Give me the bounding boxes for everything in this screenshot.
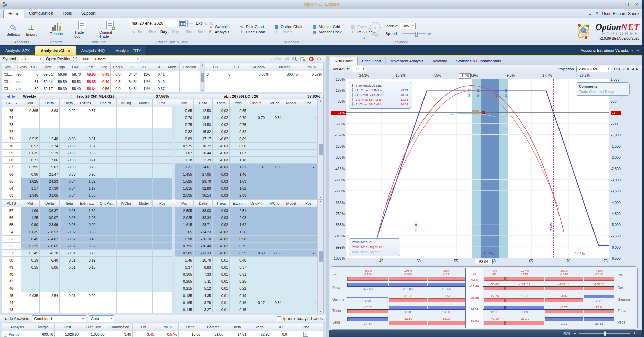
window-toggle-watchlist[interactable]: ≡Watchlist xyxy=(208,24,230,29)
window-toggle-analysis[interactable]: ΣAnalysis xyxy=(208,30,230,34)
tab-analysis-rty[interactable]: Analysis: /RTY xyxy=(110,46,147,55)
window-toggle-option-chain[interactable]: ▦Option Chain xyxy=(274,24,303,29)
put-row-49[interactable]: 490.15-5.05-0.010.150.37-8.83-0.010.37 xyxy=(2,264,318,271)
menu-item-configuration[interactable]: Configuration xyxy=(24,10,58,18)
import-button[interactable]: ↓ Import xyxy=(24,22,39,37)
future-row[interactable]: /CL...feb...059.0159.6958.7058.95-0.49-0… xyxy=(2,71,200,78)
interval-select[interactable]: Day▼ xyxy=(400,23,416,29)
future-summary-row[interactable] xyxy=(205,85,324,92)
calls-table[interactable]: CALLSMidDeltaThetaExtrins...OrigPri...IV… xyxy=(2,99,318,199)
risk-tab-volatility[interactable]: Volatility xyxy=(428,57,451,65)
period-label[interactable]: Weekly xyxy=(23,94,36,98)
put-row-46[interactable]: 460.215-5.12-0.010.22 xyxy=(2,285,318,292)
call-row-65[interactable]: 651.02524.23-0.041.021.62529.79-0.031.63 xyxy=(2,178,318,185)
exp-label[interactable]: Exp xyxy=(196,21,203,26)
projection-prev-icon[interactable]: ◀ xyxy=(631,67,634,71)
trade-log-button[interactable]: Trade Log xyxy=(72,20,92,39)
risk-chart[interactable]: -24.3%-15.9%-7.5%-1.4%0.9%9.3%17.7%26.2%… xyxy=(329,73,642,258)
analysis-auto-select[interactable]: Auto▼ xyxy=(89,315,114,322)
projection-date-select[interactable]: 20/01/2026▼ xyxy=(576,66,611,72)
window-toggle-monitor-grid[interactable]: ▦Monitor Grid xyxy=(312,24,342,29)
time-step-Dayminus[interactable]: Day- xyxy=(160,30,169,34)
future-row[interactable]: /CL...abr...5959.1759.3958.4058.64-0.56-… xyxy=(2,85,200,92)
call-row-71[interactable]: 710.51512.40-0.030.510.8917.17-0.020.89 xyxy=(2,135,318,143)
trading-date-input[interactable]: ma. 20 ene. 2026 xyxy=(130,20,178,27)
put-row-53[interactable]: 530.45-14.07-0.020.450.98-20.10-0.020.98 xyxy=(2,236,318,243)
call-row-70[interactable]: 700.5713.74-0.030.570.97518.72-0.030.98 xyxy=(2,143,318,150)
ignore-trades-checkbox[interactable] xyxy=(277,316,281,321)
projection-lines[interactable]: 2Ln xyxy=(622,67,629,71)
window-toggle-risk-chart[interactable]: ∿Risk Chart xyxy=(239,24,265,29)
panel-splitter[interactable] xyxy=(326,56,329,337)
analysis-summary-table[interactable]: AnalysisMarginCostCurr CostCommissionPnL… xyxy=(2,323,323,337)
commit-button[interactable]: ◫Commit xyxy=(270,57,289,61)
strategy-select[interactable]: #682 Custom▼ xyxy=(80,56,140,62)
put-row-43[interactable]: 430.145-3.27-0.010.15 xyxy=(2,306,318,313)
future-summary-row[interactable]: 000.00%600.40-0.57% xyxy=(205,71,324,78)
time-step-Dayplus[interactable]: Day+ xyxy=(172,30,181,34)
time-step-5mminus[interactable]: 5m- xyxy=(138,30,145,34)
close-button[interactable]: ✕ xyxy=(635,2,639,7)
put-row-57[interactable]: 571.69-36.37-0.031.692.505-38.03-0.032.5… xyxy=(2,207,318,214)
call-row-67[interactable]: 670.79519.07-0.030.791.3124.61-0.031.311… xyxy=(2,164,318,171)
put-row-45[interactable]: 450.085-2.54-0.010.090.185-4.35-0.010.19 xyxy=(2,292,318,299)
tab-analysis-cl[interactable]: Analysis: /CLx xyxy=(35,46,76,55)
collapse-ribbon-icon[interactable]: ▲ xyxy=(589,12,591,16)
risk-tab-statistics-fundamentals[interactable]: Statistics & Fundamentals xyxy=(451,57,505,65)
put-row-47[interactable]: 470.255-6.11-0.010.25 xyxy=(2,278,318,285)
settings-gear-icon[interactable]: ⚙ xyxy=(317,56,321,62)
time-step-45mminus[interactable]: 45m- xyxy=(148,30,157,34)
export-grid-icon[interactable]: + xyxy=(300,56,306,62)
call-row-64[interactable]: 641.1727.39-0.041.171.81532.80-0.031.82 xyxy=(2,185,318,192)
put-row-52[interactable]: 520.325-10.65-0.020.320.755-16.40-0.020.… xyxy=(2,243,318,250)
projection-next-icon[interactable]: ▶ xyxy=(636,67,638,71)
risk-tab-price-chart[interactable]: Price Chart xyxy=(358,57,386,65)
risk-tab-risk-chart[interactable]: Risk Chart xyxy=(330,57,358,65)
calls-scrollbar[interactable]: ▲▼ xyxy=(318,99,324,199)
plot-checkbox-position[interactable]: ✓ xyxy=(303,332,308,337)
puts-table[interactable]: PUTSMidDeltaThetaExtrins...OrigPri...IVC… xyxy=(2,199,318,313)
call-row-69[interactable]: 690.63515.29-0.030.631.0720.44-0.031.07 xyxy=(2,150,318,157)
maximize-button[interactable]: ❒ xyxy=(625,2,629,7)
calendar-button[interactable] xyxy=(179,20,186,27)
tab-close-icon[interactable]: x xyxy=(68,49,70,53)
vol-adjust-spinner[interactable]: 0 ▲▼ xyxy=(352,66,366,72)
search-icon[interactable] xyxy=(292,56,297,62)
futures-summary-table[interactable]: DITSDIVChg%CurrMar...PnL%000.00%600.40-0… xyxy=(205,63,324,92)
call-row-74[interactable]: 740.7013.51-0.020.700.700.84+1 xyxy=(2,114,318,121)
prev-expiry-icon[interactable]: ◀ xyxy=(7,94,10,99)
call-row-66[interactable]: 660.9021.47-0.030.901.45527.05-0.031.46 xyxy=(2,171,318,178)
menu-item-home[interactable]: Home xyxy=(3,10,24,18)
put-row-50[interactable]: 500.19-6.40-0.010.190.46-10.79-0.010.46 xyxy=(2,257,318,264)
put-row-48[interactable]: 480.305-7.33-0.010.31 xyxy=(2,271,318,278)
play-button[interactable]: ▶ Play xyxy=(370,22,381,37)
put-row-55[interactable]: 550.90-23.99-0.030.901.615-28.71-0.021.6… xyxy=(2,221,318,228)
call-row-73[interactable]: 730.7514.53-0.020.75 xyxy=(2,121,318,128)
tab-analysis-nq[interactable]: Analysis: /NQ xyxy=(76,46,111,55)
call-row-75[interactable]: 750.3658.63-0.020.370.6512.53-0.020.65 xyxy=(2,107,318,114)
next-expiry-icon[interactable]: ▶ xyxy=(12,94,15,99)
call-row-72[interactable]: 720.8215.82-0.020.82 xyxy=(2,128,318,135)
put-row-44[interactable]: 440.165-3.79-0.010.160.17-0.54+1 xyxy=(2,299,318,306)
projection-mode[interactable]: T+0 xyxy=(613,67,620,71)
put-row-51[interactable]: 510.245-8.20-0.010.250.585-13.33-0.010.5… xyxy=(2,250,318,257)
help-icon[interactable]: ? xyxy=(596,11,598,16)
call-row-68[interactable]: 680.7117.06-0.030.711.1822.39-0.031.18 xyxy=(2,157,318,164)
pin-icon[interactable]: ➤ xyxy=(636,48,639,53)
cancel-icon[interactable] xyxy=(309,56,314,62)
speed-slider[interactable] xyxy=(402,33,426,34)
step-back-icon[interactable]: « xyxy=(132,29,135,34)
symbol-select[interactable]: /CL▼ xyxy=(19,56,43,62)
analysis-mode-select[interactable]: Combined▼ xyxy=(32,315,86,322)
put-row-54[interactable]: 540.635-18.52-0.020.631.265-24.23-0.021.… xyxy=(2,228,318,236)
menu-item-support[interactable]: Support xyxy=(76,10,100,18)
zoom-out-button[interactable]: − xyxy=(574,331,576,336)
risk-tab-movement-analysis[interactable]: Movement Analysis xyxy=(386,57,428,65)
futures-table[interactable]: Sym...ExpiryDTEOpenHighLowLastChgChg%IVI… xyxy=(2,63,200,92)
future-row[interactable]: /CL...mar...3159.4459.5958.5358.85-0.49-… xyxy=(2,78,200,85)
window-toggle-price-chart[interactable]: ‖Price Chart xyxy=(239,30,265,34)
zoom-in-button[interactable]: + xyxy=(633,331,636,336)
zoom-slider[interactable] xyxy=(579,333,630,334)
put-row-56[interactable]: 561.25-30.07-0.031.252.025-33.34-0.032.0… xyxy=(2,214,318,221)
future-summary-row[interactable] xyxy=(205,78,324,85)
